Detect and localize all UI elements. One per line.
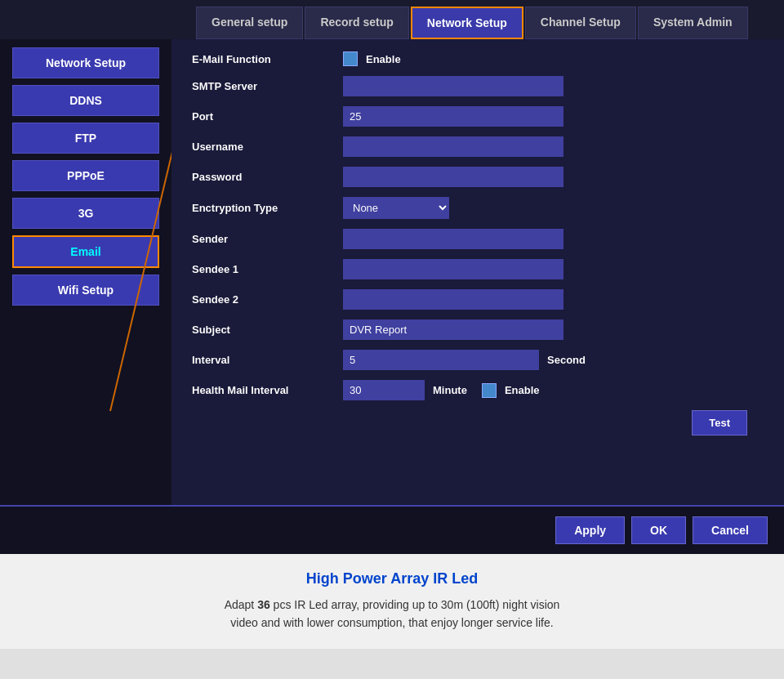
row-email-function: E-Mail Function Enable xyxy=(192,51,764,66)
info-body: Adapt 36 pcs IR Led array, providing up … xyxy=(24,596,760,632)
password-label: Password xyxy=(192,171,335,183)
sidebar-item-email[interactable]: Email xyxy=(12,235,159,268)
health-label: Health Mail Interval xyxy=(192,384,335,396)
email-enable-checkbox[interactable] xyxy=(343,51,358,66)
sidebar: Network Setup DDNS FTP PPPoE 3G Email Wi… xyxy=(0,39,172,505)
sidebar-item-pppoe[interactable]: PPPoE xyxy=(12,160,159,191)
sendee1-label: Sendee 1 xyxy=(192,263,335,275)
apply-button[interactable]: Apply xyxy=(555,516,625,544)
sidebar-item-ddns[interactable]: DDNS xyxy=(12,85,159,116)
row-sendee2: Sendee 2 xyxy=(192,289,764,310)
health-enable-checkbox[interactable] xyxy=(482,383,497,398)
test-button[interactable]: Test xyxy=(692,410,747,436)
health-enable-label: Enable xyxy=(505,384,540,396)
row-password: Password xyxy=(192,167,764,187)
minute-label: Minute xyxy=(433,384,467,396)
row-sendee1: Sendee 1 xyxy=(192,259,764,279)
main-container: General setup Record setup Network Setup… xyxy=(0,0,784,554)
tab-general[interactable]: General setup xyxy=(196,7,303,39)
top-nav: General setup Record setup Network Setup… xyxy=(0,0,784,39)
form-area: E-Mail Function Enable SMTP Server Port … xyxy=(172,39,784,505)
sendee2-input[interactable] xyxy=(343,289,564,310)
second-label: Second xyxy=(547,354,586,366)
encryption-label: Enctryption Type xyxy=(192,202,335,214)
bottom-bar: Apply OK Cancel xyxy=(0,505,784,554)
sidebar-item-wifi[interactable]: Wifi Setup xyxy=(12,275,159,306)
username-input[interactable] xyxy=(343,136,564,157)
subject-input[interactable] xyxy=(343,319,564,340)
health-input[interactable] xyxy=(343,380,425,400)
tab-system[interactable]: System Admin xyxy=(638,7,748,39)
port-input[interactable] xyxy=(343,106,564,127)
interval-label: Interval xyxy=(192,354,335,366)
sender-label: Sender xyxy=(192,233,335,245)
row-smtp: SMTP Server xyxy=(192,76,764,96)
cancel-button[interactable]: Cancel xyxy=(693,516,768,544)
sendee2-label: Sendee 2 xyxy=(192,293,335,306)
smtp-label: SMTP Server xyxy=(192,80,335,92)
password-input[interactable] xyxy=(343,167,564,187)
row-sender: Sender xyxy=(192,229,764,249)
sidebar-item-ftp[interactable]: FTP xyxy=(12,123,159,154)
row-port: Port xyxy=(192,106,764,127)
info-title: High Power Array IR Led xyxy=(24,570,760,587)
encryption-select[interactable]: None SSL TLS xyxy=(343,197,449,219)
enable-label: Enable xyxy=(366,53,401,65)
tab-record[interactable]: Record setup xyxy=(305,7,408,39)
tab-network[interactable]: Network Setup xyxy=(411,7,523,39)
ok-button[interactable]: OK xyxy=(631,516,686,544)
username-label: Username xyxy=(192,141,335,153)
row-encryption: Enctryption Type None SSL TLS xyxy=(192,197,764,219)
tab-channel[interactable]: Channel Setup xyxy=(525,7,636,39)
port-label: Port xyxy=(192,110,335,123)
sender-input[interactable] xyxy=(343,229,564,249)
row-health: Health Mail Interval Minute Enable xyxy=(192,380,764,400)
sidebar-item-3g[interactable]: 3G xyxy=(12,198,159,229)
email-function-label: E-Mail Function xyxy=(192,53,335,65)
content-wrapper: Network Setup DDNS FTP PPPoE 3G Email Wi… xyxy=(0,39,784,505)
highlight-number: 36 xyxy=(257,598,270,611)
info-section: High Power Array IR Led Adapt 36 pcs IR … xyxy=(0,554,784,649)
row-interval: Interval Second xyxy=(192,350,764,370)
sidebar-item-network-setup[interactable]: Network Setup xyxy=(12,47,159,78)
sendee1-input[interactable] xyxy=(343,259,564,279)
row-subject: Subject xyxy=(192,319,764,340)
interval-input[interactable] xyxy=(343,350,539,370)
row-username: Username xyxy=(192,136,764,157)
subject-label: Subject xyxy=(192,324,335,336)
smtp-input[interactable] xyxy=(343,76,564,96)
